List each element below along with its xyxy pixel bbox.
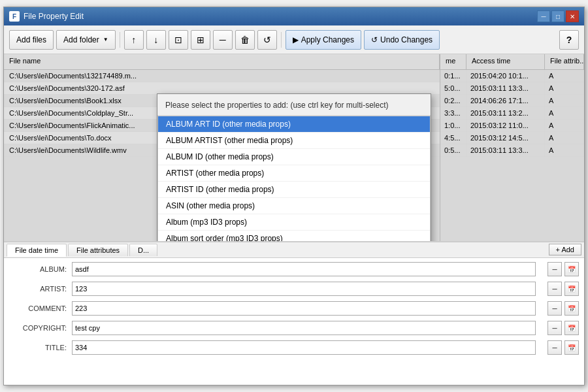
- bottom-panel: File date timeFile attributesD... + Add …: [4, 241, 584, 385]
- modal-overlay: Please select the properties to add: (us…: [4, 54, 584, 241]
- close-button[interactable]: ✕: [566, 10, 579, 22]
- title-bar: F File Property Edit ─ □ ✕: [4, 7, 584, 25]
- window-title: File Property Edit: [24, 12, 537, 21]
- prop-calendar-button[interactable]: 📅: [564, 262, 579, 276]
- prop-row: ALBUM: ─ 📅: [7, 261, 581, 278]
- app-icon: F: [9, 11, 20, 22]
- prop-controls: ─ 📅: [536, 282, 581, 296]
- prop-controls: ─ 📅: [536, 340, 581, 355]
- prop-minus-button[interactable]: ─: [547, 340, 562, 355]
- minimize-button[interactable]: ─: [537, 10, 550, 22]
- prop-row: COMMENT: ─ 📅: [7, 300, 581, 317]
- resize-button[interactable]: ⊡: [169, 30, 188, 50]
- modal-list-item[interactable]: ALBUM ID (other media props): [158, 149, 430, 165]
- main-area: File name C:\Users\lei\Documents\1321744…: [4, 54, 584, 241]
- prop-minus-button[interactable]: ─: [547, 321, 562, 335]
- separator-1: [120, 32, 120, 48]
- prop-controls: ─ 📅: [536, 262, 581, 276]
- refresh-button[interactable]: ↺: [257, 30, 277, 50]
- help-button[interactable]: ?: [559, 30, 579, 50]
- prop-label: COMMENT:: [7, 304, 72, 312]
- bottom-content: ALBUM: ─ 📅 ARTIST: ─ 📅 COMMENT: ─ 📅 COPY…: [4, 258, 584, 385]
- grid-button[interactable]: ⊞: [191, 30, 210, 50]
- prop-row: TITLE: ─ 📅: [7, 339, 581, 356]
- prop-input[interactable]: [72, 321, 536, 335]
- prop-row: COPYRIGHT: ─ 📅: [7, 319, 581, 336]
- property-list: ALBUM: ─ 📅 ARTIST: ─ 📅 COMMENT: ─ 📅 COPY…: [4, 258, 584, 385]
- bottom-tabs: File date timeFile attributesD...: [7, 244, 549, 256]
- modal-list-item[interactable]: ARTIST (other media props): [158, 165, 430, 182]
- property-select-modal: Please select the properties to add: (us…: [157, 93, 431, 241]
- minus-button[interactable]: ─: [213, 30, 233, 50]
- prop-input[interactable]: [72, 340, 536, 355]
- modal-list-item[interactable]: ALBUM ARTIST (other media props): [158, 133, 430, 149]
- prop-controls: ─ 📅: [536, 321, 581, 335]
- prop-controls: ─ 📅: [536, 301, 581, 316]
- prop-label: ARTIST:: [7, 285, 72, 293]
- modal-list-item[interactable]: Album sort order (mp3 ID3 props): [158, 231, 430, 241]
- prop-row: ARTIST: ─ 📅: [7, 280, 581, 297]
- delete-button[interactable]: 🗑: [235, 30, 255, 50]
- prop-label: TITLE:: [7, 344, 72, 351]
- move-up-button[interactable]: ↑: [124, 30, 144, 50]
- prop-input[interactable]: [72, 301, 536, 316]
- main-window: F File Property Edit ─ □ ✕ Add files Add…: [3, 7, 585, 385]
- prop-calendar-button[interactable]: 📅: [564, 301, 579, 316]
- prop-calendar-button[interactable]: 📅: [564, 340, 579, 355]
- prop-label: COPYRIGHT:: [7, 324, 72, 332]
- undo-changes-button[interactable]: ↺ Undo Changes: [364, 30, 440, 50]
- modal-list-item[interactable]: ASIN (other media props): [158, 198, 430, 214]
- modal-list-item[interactable]: Album (mp3 ID3 props): [158, 214, 430, 231]
- apply-icon: ▶: [293, 35, 299, 44]
- separator-2: [281, 32, 282, 48]
- prop-input[interactable]: [72, 282, 536, 296]
- add-files-button[interactable]: Add files: [9, 30, 54, 50]
- prop-minus-button[interactable]: ─: [547, 262, 562, 276]
- prop-calendar-button[interactable]: 📅: [564, 321, 579, 335]
- add-property-button[interactable]: + Add: [549, 244, 581, 255]
- add-property-btn-row: + Add: [549, 244, 581, 256]
- prop-minus-button[interactable]: ─: [547, 301, 562, 316]
- apply-changes-button[interactable]: ▶ Apply Changes: [286, 30, 361, 50]
- add-folder-button[interactable]: Add folder: [56, 30, 116, 50]
- prop-input[interactable]: [72, 262, 536, 276]
- toolbar: Add files Add folder ↑ ↓ ⊡ ⊞ ─ 🗑 ↺ ▶ App…: [4, 25, 584, 54]
- modal-instruction: Please select the properties to add: (us…: [157, 94, 431, 116]
- prop-minus-button[interactable]: ─: [547, 282, 562, 296]
- apply-label: Apply Changes: [301, 35, 354, 44]
- undo-label: Undo Changes: [380, 35, 433, 44]
- maximize-button[interactable]: □: [551, 10, 564, 22]
- modal-list-item[interactable]: ALBUM ART ID (other media props): [158, 116, 430, 133]
- tab-file-attributes[interactable]: File attributes: [68, 244, 128, 256]
- modal-property-list[interactable]: ALBUM ART ID (other media props)ALBUM AR…: [157, 116, 431, 241]
- modal-list-item[interactable]: ARTIST ID (other media props): [158, 182, 430, 198]
- undo-icon: ↺: [371, 35, 378, 44]
- tab-d...[interactable]: D...: [129, 244, 157, 256]
- move-down-button[interactable]: ↓: [146, 30, 166, 50]
- prop-label: ALBUM:: [7, 265, 72, 273]
- window-controls: ─ □ ✕: [537, 10, 579, 22]
- tab-file-date-time[interactable]: File date time: [7, 244, 67, 257]
- prop-calendar-button[interactable]: 📅: [564, 282, 579, 296]
